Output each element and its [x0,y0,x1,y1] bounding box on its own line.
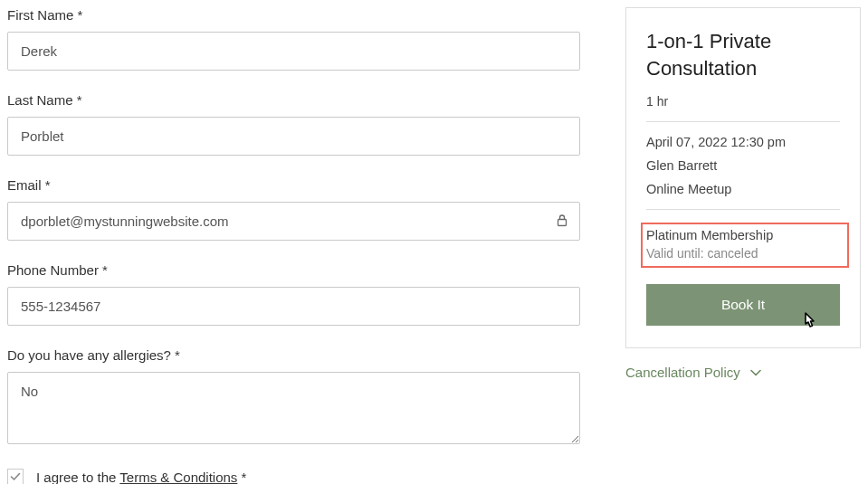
terms-link[interactable]: Terms & Conditions [119,470,237,485]
summary-location: Online Meetup [646,182,840,196]
first-name-input[interactable] [7,32,580,71]
cancellation-policy-label: Cancellation Policy [625,365,740,380]
phone-input[interactable] [7,287,580,326]
email-label: Email * [7,177,580,193]
email-input[interactable] [7,202,580,241]
membership-valid: Valid until: canceled [646,246,833,261]
summary-datetime: April 07, 2022 12:30 pm [646,135,840,149]
divider [646,121,840,122]
terms-label: I agree to the Terms & Conditions * [36,470,246,485]
membership-name: Platinum Membership [646,228,833,242]
summary-staff: Glen Barrett [646,158,840,173]
chevron-down-icon [749,365,762,380]
phone-label: Phone Number * [7,262,580,278]
cancellation-policy-toggle[interactable]: Cancellation Policy [625,365,861,380]
booking-summary: 1-on-1 Private Consultation 1 hr April 0… [625,7,861,348]
lock-icon [557,214,568,229]
allergies-label: Do you have any allergies? * [7,347,580,363]
summary-duration: 1 hr [646,94,840,109]
terms-checkbox[interactable] [7,469,24,484]
divider [646,209,840,210]
membership-highlight: Platinum Membership Valid until: cancele… [641,223,849,268]
last-name-label: Last Name * [7,92,580,108]
book-it-button[interactable]: Book It [646,284,840,326]
booking-form: First Name * Last Name * Email * Phone N… [7,7,580,484]
summary-title: 1-on-1 Private Consultation [646,28,840,81]
allergies-input[interactable] [7,372,580,444]
svg-rect-0 [558,219,567,225]
first-name-label: First Name * [7,7,580,23]
last-name-input[interactable] [7,117,580,156]
